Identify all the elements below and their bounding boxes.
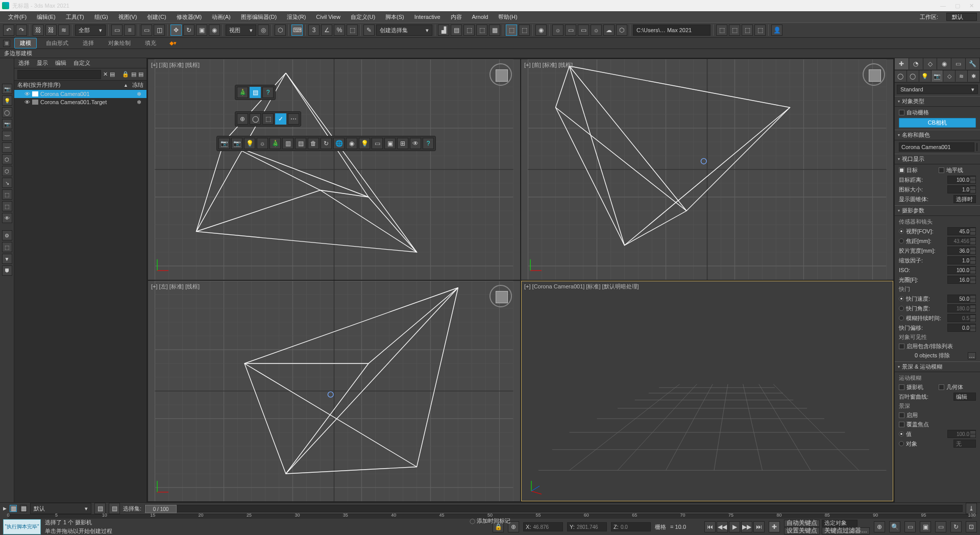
rollout-namecolor[interactable]: 名称和颜色 xyxy=(895,130,980,140)
fb3-bulb-icon[interactable]: 💡 xyxy=(244,138,255,149)
bind-spacewarp-button[interactable]: ≋ xyxy=(58,25,69,36)
vp-layout-1[interactable]: ▦ xyxy=(10,505,17,512)
fov-spinner[interactable]: 45.0 xyxy=(947,227,976,235)
rollout-photo[interactable]: 摄影参数 xyxy=(895,205,980,216)
ls-icon11[interactable]: ⬚ xyxy=(2,201,12,211)
percent-snap-button[interactable]: % xyxy=(334,25,345,36)
menu-file[interactable]: 文件(F) xyxy=(3,12,32,22)
rect-select-button[interactable]: ▭ xyxy=(141,25,152,36)
ribbon-tab-select[interactable]: 选择 xyxy=(78,38,99,48)
fb3-tree-icon[interactable]: 🎄 xyxy=(270,138,281,149)
viewport-camera[interactable]: [+] [Corona Camera001] [标准] [默认明暗处理] xyxy=(521,281,893,501)
scene-tab-display[interactable]: 显示 xyxy=(37,59,48,67)
menu-view[interactable]: 视图(V) xyxy=(113,12,142,22)
signin-button[interactable]: 👤 xyxy=(771,25,782,36)
ls-icon8[interactable]: ⬡ xyxy=(2,166,12,176)
fb1-list-icon[interactable]: ▤ xyxy=(250,87,261,98)
project-path-input[interactable] xyxy=(633,25,710,36)
shutoff-spinner[interactable]: 0.0 xyxy=(947,324,976,332)
render-setup-button[interactable]: ☼ xyxy=(552,25,564,36)
menu-group[interactable]: 组(G) xyxy=(89,12,113,22)
menu-create[interactable]: 创建(C) xyxy=(142,12,171,22)
nav-zoomall-button[interactable]: ▣ xyxy=(920,521,931,532)
nav-max-button[interactable]: ⊡ xyxy=(966,521,977,532)
fb2-dots-icon[interactable]: ⋯ xyxy=(288,113,299,125)
named-set-edit-button[interactable]: ✎ xyxy=(363,25,375,36)
scene-row-camera[interactable]: 👁 Corona Camera001 ❄ xyxy=(14,90,146,98)
fb2-check-icon[interactable]: ✓ xyxy=(275,113,286,125)
ls-icon14[interactable]: ⬚ xyxy=(2,242,12,252)
spinner-snap-button[interactable]: ⬚ xyxy=(347,25,358,36)
ribbon-tab-objectpaint[interactable]: 对象绘制 xyxy=(103,38,136,48)
ls-icon6[interactable]: 〰 xyxy=(2,142,12,153)
render-button[interactable]: ☼ xyxy=(591,25,602,36)
blurdur-spinner[interactable]: 0.5 xyxy=(947,314,976,322)
fb3-trash-icon[interactable]: 🗑 xyxy=(308,138,319,149)
tab-utility-icon[interactable]: 🔧 xyxy=(966,58,980,69)
scene-tab-custom[interactable]: 自定义 xyxy=(74,59,90,67)
shutspeed-spinner[interactable]: 50.0 xyxy=(947,295,976,303)
dof-enable-checkbox[interactable] xyxy=(899,412,904,418)
nav-pan-button[interactable]: ⊕ xyxy=(874,521,885,532)
move-button[interactable]: ✥ xyxy=(170,25,182,36)
shutangle-radio[interactable] xyxy=(899,306,904,311)
menu-edit[interactable]: 编辑(E) xyxy=(32,12,61,22)
time-slider-track[interactable]: 0 / 100 xyxy=(144,505,963,512)
ls-camera-icon[interactable]: 📷 xyxy=(2,84,12,94)
menu-interactive[interactable]: Interactive xyxy=(409,13,446,21)
manipulate-button[interactable]: ⬡ xyxy=(275,25,286,36)
ls-shape-icon[interactable]: ◯ xyxy=(2,107,12,117)
ribbon-tab-freeform[interactable]: 自由形式 xyxy=(41,38,74,48)
render-cloud-button[interactable]: ☁ xyxy=(603,25,615,36)
menu-animation[interactable]: 动画(A) xyxy=(207,12,236,22)
autogrid-checkbox[interactable] xyxy=(899,110,904,115)
pivot-center-button[interactable]: ◎ xyxy=(258,25,269,36)
autokey-button[interactable]: 自动关键点 xyxy=(784,520,820,527)
placement-button[interactable]: ◉ xyxy=(209,25,220,36)
mirror-button[interactable]: ▟ xyxy=(438,25,449,36)
cbcamera-button[interactable]: CB相机 xyxy=(899,118,976,128)
fb1-tree-icon[interactable]: 🎄 xyxy=(237,87,248,98)
workspace-dropdown[interactable]: 默认 xyxy=(946,13,977,21)
viewcube-top[interactable] xyxy=(489,63,512,86)
sub-camera-icon[interactable]: 📷 xyxy=(932,70,944,82)
aperture-spinner[interactable]: 16.0 xyxy=(947,276,976,284)
fb3-bulb2-icon[interactable]: 💡 xyxy=(359,138,370,149)
focal-spinner[interactable]: 43.456 xyxy=(947,237,976,245)
sub-spacewarp-icon[interactable]: ≋ xyxy=(955,70,968,82)
ref-coord-dropdown[interactable]: 视图▾ xyxy=(226,25,256,36)
filter-icon[interactable]: ▤ xyxy=(110,71,115,78)
layers-icon2[interactable]: ▤ xyxy=(109,503,120,514)
ribbon-tab-modeling[interactable]: 建模 xyxy=(14,38,37,48)
mblur-cam-checkbox[interactable] xyxy=(899,384,904,390)
undo-button[interactable]: ↶ xyxy=(3,25,14,36)
shutspeed-radio[interactable] xyxy=(899,296,904,301)
maximize-button[interactable]: ▢ xyxy=(955,3,960,9)
ls-icon16[interactable]: ⛊ xyxy=(2,265,12,276)
clear-search-icon[interactable]: ✕ xyxy=(103,71,108,78)
z-field[interactable]: Z:0.0 xyxy=(611,522,651,531)
zoom-spinner[interactable]: 1.0 xyxy=(947,256,976,264)
play-button[interactable]: ▶ xyxy=(729,521,740,532)
object-color-swatch[interactable] xyxy=(976,143,977,151)
y-field[interactable]: Y:2801.746 xyxy=(567,522,607,531)
goto-start-button[interactable]: ⏮ xyxy=(704,521,716,532)
curve-editor-button[interactable]: ⬚ xyxy=(506,25,517,36)
close-button[interactable]: ✕ xyxy=(969,3,974,9)
focal-radio[interactable] xyxy=(899,238,904,244)
fb1-help-icon[interactable]: ? xyxy=(262,87,274,98)
project-btn4[interactable]: ⬚ xyxy=(754,25,766,36)
nav-orbit-button[interactable]: ↻ xyxy=(950,521,962,532)
blade-curve-button[interactable]: 编辑 xyxy=(953,393,976,401)
viewport-front[interactable]: [+] [前] [标准] [线框] xyxy=(521,59,893,280)
object-name-input[interactable] xyxy=(899,142,974,152)
key-mode-button[interactable]: ✚ xyxy=(769,521,780,532)
nav-zoom-button[interactable]: 🔍 xyxy=(889,521,900,532)
scene-list-header[interactable]: 名称(按升序排序) ▲ 冻结 xyxy=(14,81,146,90)
fb3-eye-icon[interactable]: 👁 xyxy=(410,138,421,149)
fb3-globe-icon[interactable]: 🌐 xyxy=(333,138,345,149)
cols-icon[interactable]: ▤ xyxy=(138,71,143,78)
project-btn3[interactable]: ⬚ xyxy=(742,25,753,36)
menu-grapheditor[interactable]: 图形编辑器(D) xyxy=(236,12,282,22)
link-button[interactable]: ⛓ xyxy=(33,25,44,36)
